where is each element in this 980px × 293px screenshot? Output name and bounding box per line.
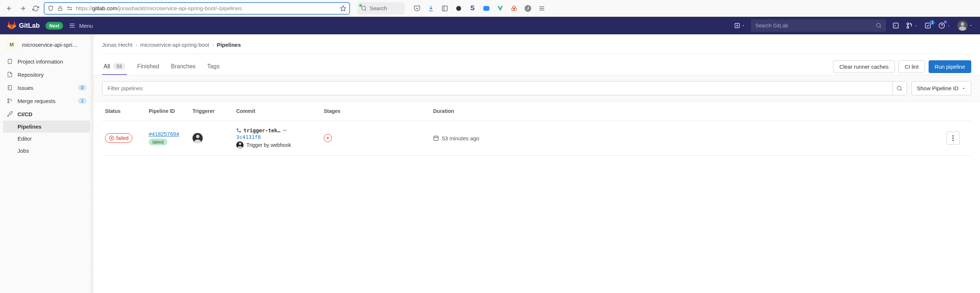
plus-icon: [734, 22, 740, 29]
back-button[interactable]: [5, 3, 14, 13]
pocket-icon[interactable]: [414, 5, 421, 12]
avatar: [958, 21, 967, 31]
doc-icon: [6, 58, 13, 65]
x-circle-icon: [109, 136, 114, 141]
ext-zoom-icon[interactable]: [483, 5, 490, 12]
account-icon[interactable]: J: [524, 5, 531, 12]
hamburger-icon[interactable]: [538, 5, 546, 12]
svg-rect-49: [434, 136, 438, 141]
sidebar-item-repository[interactable]: Repository: [0, 68, 93, 81]
svg-marker-5: [340, 5, 346, 11]
issues-shortcut[interactable]: [892, 22, 900, 30]
project-header[interactable]: M microservice-api-spri…: [0, 34, 93, 55]
chevron-down-icon: [741, 24, 745, 27]
sidebar-sub-jobs[interactable]: Jobs: [0, 145, 93, 157]
gitlab-search[interactable]: Search GitLab: [751, 19, 886, 32]
breadcrumb-sep: ›: [212, 42, 214, 48]
branch-name[interactable]: trigger-tek…: [243, 128, 280, 133]
tab-tags[interactable]: Tags: [205, 58, 221, 75]
url-text: https://gitlab.com/jonashackt/microservi…: [76, 5, 337, 11]
select-label: Show Pipeline ID: [917, 85, 958, 91]
help-dropdown[interactable]: [938, 22, 946, 30]
svg-point-54: [952, 138, 954, 139]
show-pipeline-id-select[interactable]: Show Pipeline ID: [912, 81, 971, 95]
sidebar-item-cicd[interactable]: CI/CD: [0, 107, 93, 120]
clear-caches-button[interactable]: Clear runner caches: [833, 60, 895, 73]
trigger-text: Trigger by webhook: [247, 142, 291, 148]
svg-rect-30: [925, 23, 931, 28]
svg-rect-10: [484, 6, 490, 11]
svg-point-29: [907, 27, 909, 29]
breadcrumb: Jonas Hecht › microservice-api-spring-bo…: [102, 34, 971, 54]
svg-point-3: [71, 9, 72, 10]
forward-button[interactable]: [18, 3, 28, 13]
filter-input[interactable]: [102, 82, 892, 95]
permissions-icon: [66, 5, 73, 12]
svg-point-38: [897, 86, 901, 90]
duration-text: 53 minutes ago: [442, 135, 479, 141]
sidebar-item-project-info[interactable]: Project information: [0, 55, 93, 68]
url-bar[interactable]: https://gitlab.com/jonashackt/microservi…: [44, 2, 350, 14]
tab-finished[interactable]: Finished: [135, 58, 161, 75]
tab-branches[interactable]: Branches: [170, 58, 197, 75]
table-header: Status Pipeline ID Triggerer Commit Stag…: [102, 102, 971, 120]
issues-count-badge: 0: [78, 85, 86, 91]
main-content: Jonas Hecht › microservice-api-spring-bo…: [93, 34, 980, 293]
ext-globe-icon[interactable]: [455, 5, 462, 12]
latest-badge: latest: [149, 138, 167, 146]
svg-point-28: [907, 23, 909, 25]
svg-point-9: [456, 6, 461, 11]
gitlab-logo[interactable]: GitLab: [7, 21, 40, 30]
ext-redux-icon[interactable]: [511, 5, 518, 12]
pipeline-id-link[interactable]: #418257694: [149, 131, 192, 137]
filter-search-button[interactable]: [892, 82, 907, 95]
rocket-icon: [6, 111, 13, 117]
svg-rect-26: [893, 23, 898, 28]
stage-failed-icon[interactable]: [324, 134, 332, 142]
next-badge[interactable]: Next: [46, 22, 63, 30]
sidebar-item-merge-requests[interactable]: Merge requests 1: [0, 94, 93, 107]
ext-vue-icon[interactable]: [496, 5, 504, 12]
search-plus-badge: [359, 4, 363, 7]
issues-icon: [6, 84, 13, 91]
chevron-down-icon: [947, 24, 950, 27]
download-icon[interactable]: [427, 5, 434, 12]
mr-shortcut[interactable]: [905, 22, 914, 30]
browser-search-placeholder: Search: [370, 5, 387, 11]
reader-icon[interactable]: [441, 5, 449, 12]
tab-all[interactable]: All 53: [102, 58, 127, 75]
gitlab-header: GitLab Next Menu Search GitLab 1: [0, 17, 980, 34]
browser-toolbar: https://gitlab.com/jonashackt/microservi…: [0, 0, 980, 17]
sidebar-item-issues[interactable]: Issues 0: [0, 81, 93, 94]
todos-shortcut[interactable]: 1: [924, 22, 932, 30]
mr-count-badge: 1: [78, 98, 86, 104]
breadcrumb-user[interactable]: Jonas Hecht: [102, 42, 132, 48]
sidebar-item-label: Repository: [18, 72, 44, 78]
user-menu[interactable]: [958, 21, 973, 31]
commit-sha-link[interactable]: 3c4131f8: [236, 134, 324, 140]
ext-s-icon[interactable]: S: [469, 5, 476, 12]
notification-dot: [944, 21, 947, 23]
svg-point-44: [283, 130, 285, 131]
chevron-down-icon: [915, 24, 917, 27]
sidebar-sub-pipelines[interactable]: Pipelines: [3, 120, 90, 133]
project-name: microservice-api-spri…: [22, 42, 78, 48]
triggerer-avatar[interactable]: [192, 133, 203, 143]
reload-button[interactable]: [30, 3, 41, 13]
star-icon[interactable]: [340, 5, 346, 12]
th-triggerer: Triggerer: [192, 108, 236, 114]
menu-button[interactable]: Menu: [69, 22, 93, 29]
breadcrumb-project[interactable]: microservice-api-spring-boot: [140, 42, 209, 48]
ci-lint-button[interactable]: CI lint: [898, 60, 924, 73]
th-status: Status: [105, 108, 149, 114]
run-pipeline-button[interactable]: Run pipeline: [929, 60, 971, 73]
breadcrumb-current: Pipelines: [217, 42, 241, 48]
browser-search[interactable]: Search: [357, 2, 405, 14]
row-actions-button[interactable]: [947, 131, 959, 145]
status-badge-failed[interactable]: failed: [105, 133, 132, 143]
sidebar-sub-editor[interactable]: Editor: [0, 133, 93, 145]
menu-label: Menu: [79, 22, 93, 29]
svg-point-36: [8, 99, 9, 100]
new-dropdown[interactable]: [734, 22, 745, 29]
th-stages: Stages: [324, 108, 433, 114]
